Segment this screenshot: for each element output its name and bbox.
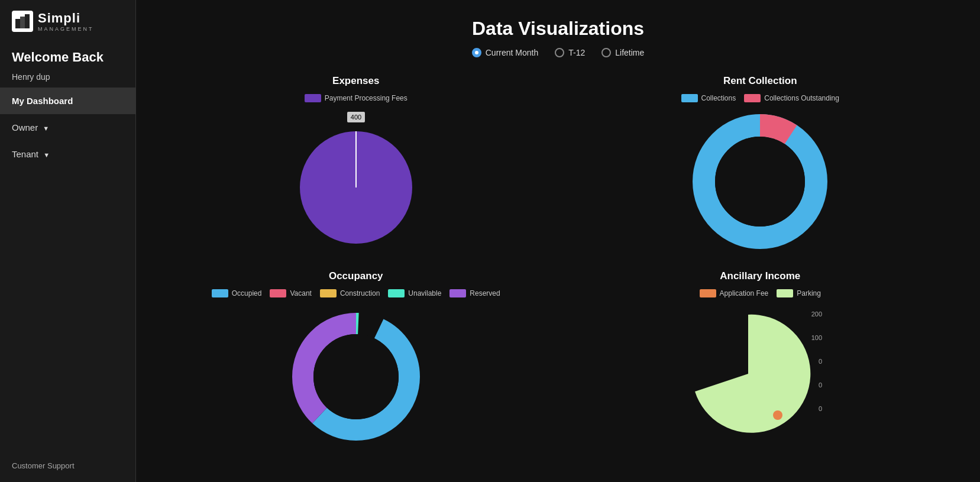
legend-swatch <box>700 289 716 297</box>
occupancy-chart-title: Occupancy <box>329 270 383 282</box>
legend-swatch <box>449 289 466 297</box>
legend-item-collections-outstanding: Collections Outstanding <box>744 94 839 102</box>
logo-text: Simpli <box>38 11 94 26</box>
sidebar-item-my-dashboard[interactable]: My Dashboard <box>0 88 135 114</box>
legend-item-vacant: Vacant <box>270 289 311 297</box>
username-label: Henry dup <box>0 70 135 88</box>
logo-icon <box>12 11 33 32</box>
legend-label: Parking <box>797 289 821 297</box>
legend-swatch <box>320 289 337 297</box>
legend-item-application-fee: Application Fee <box>700 289 769 297</box>
expenses-pie-chart: 400 <box>291 111 421 247</box>
sidebar-item-label: My Dashboard <box>12 96 73 106</box>
rent-collection-legend: Collections Collections Outstanding <box>681 94 839 102</box>
legend-label: Payment Processing Fees <box>325 94 407 102</box>
page-title: Data Visualizations <box>160 18 956 40</box>
ancillary-income-chart-card: Ancillary Income Application Fee Parking… <box>564 270 957 448</box>
legend-label: Vacant <box>290 289 311 297</box>
legend-label: Construction <box>340 289 380 297</box>
expenses-chart-title: Expenses <box>332 75 379 87</box>
svg-text:0: 0 <box>819 358 822 365</box>
legend-swatch <box>388 289 405 297</box>
legend-label: Occupied <box>232 289 262 297</box>
svg-text:200: 200 <box>811 310 822 318</box>
ancillary-income-legend: Application Fee Parking <box>700 289 821 297</box>
filter-label: T-12 <box>568 48 585 57</box>
legend-item-payment-processing: Payment Processing Fees <box>305 94 407 102</box>
rent-collection-chart-card: Rent Collection Collections Collections … <box>564 75 957 253</box>
filter-label: Lifetime <box>615 48 644 57</box>
filter-current-month[interactable]: Current Month <box>472 48 538 57</box>
radio-lifetime[interactable] <box>601 48 611 57</box>
occupancy-legend: Occupied Vacant Construction Unavilable … <box>212 289 500 297</box>
expenses-legend: Payment Processing Fees <box>305 94 407 102</box>
legend-label: Reserved <box>470 289 500 297</box>
svg-text:400: 400 <box>351 114 361 121</box>
welcome-heading: Welcome Back <box>0 38 135 70</box>
legend-swatch <box>270 289 286 297</box>
radio-current-month[interactable] <box>472 48 481 57</box>
ancillary-income-chart-svg-wrap: 200 100 0 0 0 <box>683 306 837 442</box>
legend-label: Collections <box>701 94 736 102</box>
sidebar-item-label: Tenant <box>12 149 38 159</box>
svg-rect-1 <box>20 17 25 28</box>
legend-swatch <box>777 289 793 297</box>
logo-subtext: MANAGEMENT <box>38 26 94 32</box>
svg-point-13 <box>313 334 399 419</box>
ancillary-income-chart-title: Ancillary Income <box>720 270 800 282</box>
svg-point-9 <box>715 137 805 227</box>
legend-label: Application Fee <box>720 289 769 297</box>
main-content: Data Visualizations Current Month T-12 L… <box>136 0 980 482</box>
sidebar-logo: Simpli MANAGEMENT <box>0 0 135 38</box>
expenses-chart-svg-wrap: 400 <box>291 111 421 247</box>
chevron-down-icon: ▼ <box>43 125 49 132</box>
radio-t12[interactable] <box>555 48 564 57</box>
legend-item-occupied: Occupied <box>212 289 262 297</box>
legend-item-construction: Construction <box>320 289 380 297</box>
svg-text:100: 100 <box>811 334 822 341</box>
legend-swatch <box>305 94 321 102</box>
rent-collection-chart-svg-wrap <box>689 111 831 253</box>
legend-label: Collections Outstanding <box>764 94 839 102</box>
occupancy-chart-card: Occupancy Occupied Vacant Construction U… <box>160 270 552 448</box>
legend-swatch <box>681 94 698 102</box>
sidebar-item-tenant[interactable]: Tenant ▼ <box>0 141 135 167</box>
ancillary-income-pie-chart: 200 100 0 0 0 <box>683 306 837 442</box>
occupancy-chart-svg-wrap <box>285 306 427 448</box>
sidebar-item-label: Owner <box>12 122 38 132</box>
legend-item-parking: Parking <box>777 289 821 297</box>
legend-label: Unavilable <box>408 289 441 297</box>
filter-lifetime[interactable]: Lifetime <box>601 48 644 57</box>
occupancy-donut-chart <box>285 306 427 448</box>
legend-item-reserved: Reserved <box>449 289 500 297</box>
rent-collection-donut-chart <box>689 111 831 253</box>
charts-grid: Expenses Payment Processing Fees 400 <box>160 75 956 448</box>
legend-item-collections: Collections <box>681 94 736 102</box>
time-filter-group: Current Month T-12 Lifetime <box>160 48 956 57</box>
svg-rect-2 <box>25 14 30 28</box>
chevron-down-icon: ▼ <box>43 151 50 158</box>
svg-point-19 <box>773 410 782 420</box>
filter-t12[interactable]: T-12 <box>555 48 585 57</box>
rent-collection-chart-title: Rent Collection <box>723 75 797 87</box>
svg-text:0: 0 <box>819 381 822 389</box>
expenses-chart-card: Expenses Payment Processing Fees 400 <box>160 75 552 253</box>
legend-swatch <box>212 289 228 297</box>
svg-rect-0 <box>15 19 20 28</box>
filter-label: Current Month <box>486 48 538 57</box>
sidebar: Simpli MANAGEMENT Welcome Back Henry dup… <box>0 0 136 482</box>
legend-item-unavailable: Unavilable <box>388 289 441 297</box>
sidebar-item-owner[interactable]: Owner ▼ <box>0 114 135 141</box>
customer-support-link[interactable]: Customer Support <box>0 449 135 482</box>
legend-swatch <box>744 94 761 102</box>
svg-text:0: 0 <box>819 405 822 412</box>
